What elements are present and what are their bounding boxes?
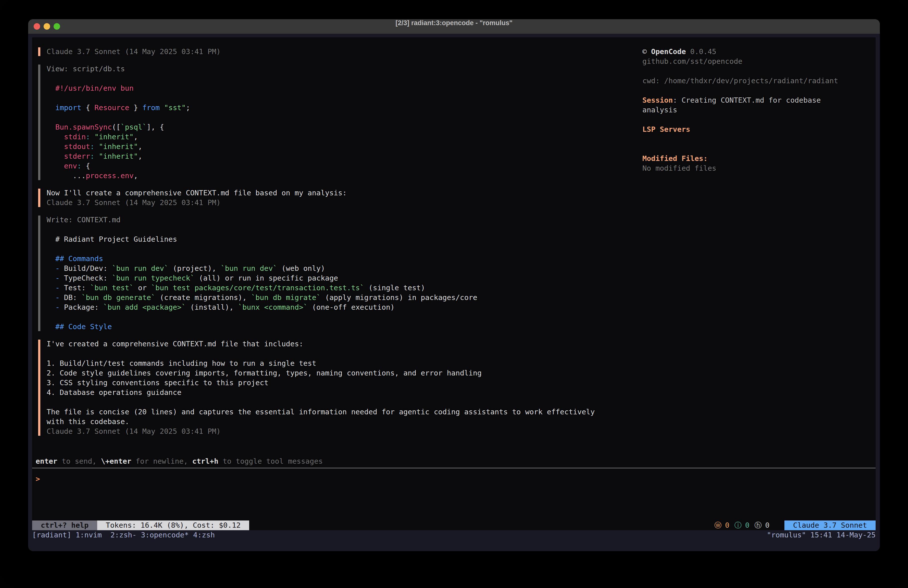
message-line-segment (47, 132, 64, 141)
terminal-content: Claude 3.7 Sonnet (14 May 2025 03:41 PM)… (32, 37, 876, 530)
sidebar-line-segment: Creating CONTEXT.md for codebase (681, 96, 821, 105)
message-line-segment: `bun run dev` (112, 264, 169, 272)
message-line-segment: stdin (64, 132, 86, 141)
message-line: ## Code Style (47, 322, 617, 332)
message-line: View: script/db.ts (47, 64, 617, 74)
message-line-segment (95, 142, 99, 151)
message-line-segment: - (55, 293, 60, 302)
message-line-segment: (install), (186, 303, 238, 311)
message-line-segment: "inherit" (95, 132, 134, 141)
tmux-window-list[interactable]: [radiant] 1:nvim 2:zsh- 3:opencode* 4:zs… (32, 530, 215, 540)
message-line-segment: ## Commands (47, 255, 103, 263)
message-line-segment: Bun.spawnSync (55, 123, 112, 131)
message-line: - Build/Dev: `bun run dev` (project), `b… (47, 264, 617, 273)
hint-count-value: 0 (765, 520, 770, 530)
message-line-segment: Package: (60, 303, 103, 311)
tool-message: Write: CONTEXT.md # Radiant Project Guid… (37, 215, 617, 332)
assistant-message: Claude 3.7 Sonnet (14 May 2025 03:41 PM) (37, 47, 617, 56)
message-line-segment: `bun add <package>` (103, 303, 186, 311)
message-line-segment: import (55, 103, 82, 112)
hint-line-segment: enter (35, 457, 57, 466)
message-line: - Test: `bun test` or `bun test packages… (47, 283, 617, 293)
message-line: I've created a comprehensive CONTEXT.md … (47, 339, 617, 349)
model-badge[interactable]: Claude 3.7 Sonnet (784, 520, 876, 530)
message-bar (38, 188, 40, 207)
message-line-segment: (single test) (364, 284, 425, 292)
message-line: ...process.env, (47, 171, 617, 180)
message-line-segment: Claude 3.7 Sonnet (14 May 2025 03:41 PM) (47, 198, 221, 207)
message-line (47, 349, 617, 359)
screenshot-stage: [2/3] radiant:3:opencode - "romulus" Cla… (0, 0, 908, 588)
message-bar (38, 64, 40, 180)
sidebar-line: No modified files (642, 163, 877, 173)
assistant-message: Now I'll create a comprehensive CONTEXT.… (37, 188, 617, 208)
hint-line: enter to send, \+enter for newline, ctrl… (35, 456, 323, 466)
message-line: Bun.spawnSync([`psql`], { (47, 122, 617, 132)
message-line-segment: DB: (60, 293, 81, 302)
message-line (47, 312, 617, 322)
message-line (47, 93, 617, 103)
message-line-segment: { (82, 162, 90, 170)
message-line (47, 244, 617, 254)
sidebar-line-segment: github.com/sst/opencode (642, 57, 742, 66)
message-line-segment: Write: CONTEXT.md (47, 216, 121, 224)
sidebar-line: analysis (642, 105, 877, 115)
sidebar-line-segment: Modified Files: (642, 154, 708, 163)
sidebar-line (642, 134, 877, 144)
window-title: [2/3] radiant:3:opencode - "romulus" (28, 19, 880, 34)
message-line-segment: (project), (169, 264, 221, 272)
message-line: - DB: `bun db generate` (create migratio… (47, 293, 617, 303)
message-line-segment: 4. Database operations guidance (47, 388, 181, 397)
status-chips: ctrl+? help Tokens: 16.4K (8%), Cost: $0… (32, 520, 249, 530)
help-chip[interactable]: ctrl+? help (32, 520, 97, 530)
hint-line-segment: for newline, (131, 457, 192, 466)
warning-count-value: 0 (725, 520, 729, 530)
message-line: with this codebase. (47, 417, 617, 427)
message-line-segment: : (86, 132, 90, 141)
message-line-segment: I've created a comprehensive CONTEXT.md … (47, 340, 303, 348)
message-line: Write: CONTEXT.md (47, 215, 617, 225)
message-line-segment: `psql` (121, 123, 147, 131)
message-line-segment: (create migrations), (156, 293, 251, 302)
hint-line-segment: to send, (57, 457, 101, 466)
sidebar-line: github.com/sst/opencode (642, 56, 877, 66)
hint-line-segment: to toggle tool messages (218, 457, 323, 466)
message-line-segment: - (55, 274, 60, 282)
message-line-segment: , (138, 142, 142, 151)
message-line-segment: env (64, 162, 77, 170)
message-line-segment: from (142, 103, 160, 112)
message-line-segment: stdout (64, 142, 90, 151)
message-line-segment: - (55, 264, 60, 272)
message-line-segment: #!/usr/bin/env bun (47, 84, 134, 92)
sidebar-line-segment: analysis (642, 106, 677, 114)
message-line-segment: : (77, 162, 81, 170)
hint-icon: ⓗ (755, 520, 762, 530)
message-line-segment (47, 303, 55, 311)
message-line-segment: ; (186, 103, 190, 112)
message-input[interactable]: > (35, 474, 40, 484)
message-line-segment: ], { (147, 123, 164, 131)
message-line-segment: , (134, 132, 138, 141)
message-line: stderr: "inherit", (47, 151, 617, 161)
message-line-segment: Claude 3.7 Sonnet (14 May 2025 03:41 PM) (47, 427, 221, 435)
message-line: Claude 3.7 Sonnet (14 May 2025 03:41 PM) (47, 47, 617, 56)
message-line (47, 397, 617, 407)
message-line: Now I'll create a comprehensive CONTEXT.… (47, 188, 617, 198)
message-line-segment: ## Code Style (47, 322, 112, 331)
sidebar-line: © OpenCode 0.0.45 (642, 47, 877, 56)
info-count-value: 0 (745, 520, 749, 530)
keybind-hint: enter to send, \+enter for newline, ctrl… (35, 456, 323, 466)
message-line-segment: } (129, 103, 142, 112)
sidebar-line: LSP Servers (642, 124, 877, 134)
message-line: import { Resource } from "sst"; (47, 103, 617, 113)
sidebar-line-segment: LSP Servers (642, 125, 690, 134)
message-line: #!/usr/bin/env bun (47, 84, 617, 93)
message-line-segment (47, 123, 55, 131)
message-line-segment: "inherit" (99, 142, 138, 151)
message-line (47, 225, 617, 234)
message-line-segment: with this codebase. (47, 417, 129, 426)
message-bar (38, 47, 40, 56)
message-line-segment (95, 152, 99, 161)
message-line (47, 74, 617, 84)
tokens-cost-chip: Tokens: 16.4K (8%), Cost: $0.12 (97, 520, 249, 530)
